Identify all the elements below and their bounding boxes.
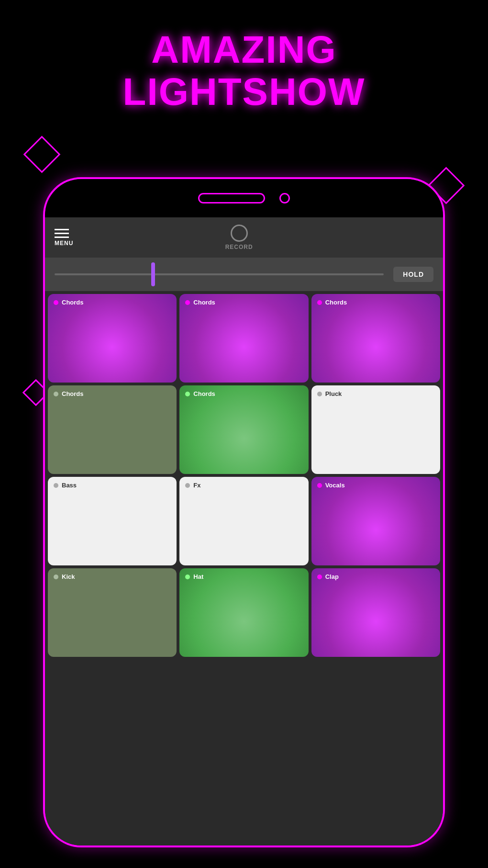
menu-button[interactable]: MENU [55,229,73,247]
record-icon [231,225,248,242]
slider-thumb[interactable] [151,262,155,286]
pad-10[interactable]: Kick [48,568,177,657]
phone-speaker [198,193,265,203]
phone-top-bar [45,179,443,217]
pad-8[interactable]: Fx [179,477,308,565]
slider-track[interactable] [55,273,384,275]
app-title: AMAZING LIGHTSHOW [0,0,488,113]
pad-4[interactable]: Chords [48,385,177,474]
diamond-decoration-1 [23,136,61,173]
pad-1[interactable]: Chords [48,294,177,383]
pad-2[interactable]: Chords [179,294,308,383]
pad-5[interactable]: Chords [179,385,308,474]
hold-button[interactable]: HOLD [393,267,433,282]
phone-frame: MENU RECORD HOLD ChordsChordsChordsChord… [43,177,445,847]
slider-area: HOLD [45,258,443,291]
pad-11[interactable]: Hat [179,568,308,657]
record-button[interactable]: RECORD [225,225,253,250]
pad-12[interactable]: Clap [311,568,440,657]
phone-screen: MENU RECORD HOLD ChordsChordsChordsChord… [45,217,443,845]
pads-grid: ChordsChordsChordsChordsChordsPluckBassF… [45,291,443,660]
pad-6[interactable]: Pluck [311,385,440,474]
pad-7[interactable]: Bass [48,477,177,565]
pad-9[interactable]: Vocals [311,477,440,565]
phone-camera [279,193,290,203]
app-header: MENU RECORD [45,217,443,258]
pad-3[interactable]: Chords [311,294,440,383]
